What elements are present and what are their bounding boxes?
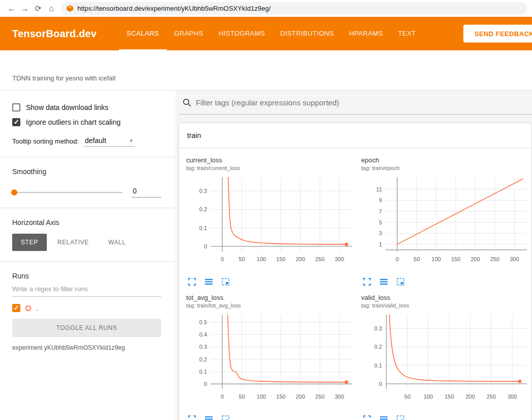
search-icon	[183, 98, 191, 107]
tab-distributions[interactable]: DISTRIBUTIONS	[273, 17, 342, 50]
show-download-links-label: Show data download links	[26, 103, 108, 111]
svg-text:0.2: 0.2	[374, 344, 382, 350]
chart-actions	[363, 415, 530, 420]
chart-title: epoch	[361, 156, 530, 164]
chart-tag: tag: train/current_loss	[186, 165, 355, 171]
chart-actions	[188, 415, 355, 420]
horizontal-axis-buttons: STEP RELATIVE WALL	[12, 234, 161, 251]
svg-text:0.3: 0.3	[374, 325, 382, 331]
address-bar[interactable]: https://tensorboard.dev/experiment/yKUbh…	[61, 2, 527, 15]
svg-text:0.1: 0.1	[374, 362, 382, 369]
chevron-down-icon: ▼	[129, 138, 134, 144]
show-download-links-checkbox-row[interactable]: Show data download links	[12, 103, 161, 111]
ignore-outliers-checkbox-row[interactable]: Ignore outliers in chart scaling	[12, 118, 161, 126]
tab-text[interactable]: TEXT	[391, 17, 424, 50]
chart-plot[interactable]: 1357911050100150200250300	[361, 174, 530, 274]
main-panel: train current_losstag: train/current_los…	[175, 91, 532, 420]
svg-text:0: 0	[379, 381, 382, 387]
experiment-title: TDNN training for yesno with icefall	[12, 74, 115, 82]
svg-text:250: 250	[490, 256, 499, 262]
runs-filter-input[interactable]	[12, 280, 161, 297]
tab-histograms[interactable]: HISTOGRAMS	[211, 17, 273, 50]
smoothing-slider[interactable]	[12, 192, 123, 193]
run-checkbox-icon[interactable]	[12, 304, 20, 312]
data-table-icon[interactable]	[380, 415, 388, 420]
svg-text:0: 0	[204, 243, 207, 249]
nav-tabs: SCALARS GRAPHS HISTOGRAMS DISTRIBUTIONS …	[119, 17, 424, 50]
tag-group-card: train current_losstag: train/current_los…	[179, 123, 532, 420]
chart-plot[interactable]: 00.10.20.350100150200250300	[361, 312, 530, 411]
svg-text:0.2: 0.2	[199, 206, 207, 212]
fullscreen-icon[interactable]	[363, 415, 371, 420]
svg-text:150: 150	[445, 394, 454, 400]
svg-text:0: 0	[221, 394, 224, 400]
fit-domain-icon[interactable]	[397, 278, 404, 286]
svg-text:0.2: 0.2	[199, 356, 207, 362]
data-table-icon[interactable]	[380, 278, 388, 286]
tab-graphs[interactable]: GRAPHS	[167, 17, 211, 50]
svg-text:0: 0	[204, 381, 207, 387]
fullscreen-icon[interactable]	[363, 278, 371, 286]
svg-text:300: 300	[508, 394, 517, 400]
svg-text:9: 9	[379, 197, 382, 203]
chart-actions	[188, 278, 355, 286]
fullscreen-icon[interactable]	[188, 278, 196, 286]
smoothing-value[interactable]: 0	[132, 187, 161, 198]
tag-group-title[interactable]: train	[179, 123, 531, 148]
svg-text:50: 50	[239, 394, 245, 400]
ignore-outliers-label: Ignore outliers in chart scaling	[26, 118, 121, 126]
data-table-icon[interactable]	[205, 278, 213, 286]
svg-text:200: 200	[295, 256, 305, 262]
checkbox-unchecked-icon[interactable]	[12, 103, 20, 111]
divider	[0, 157, 175, 157]
tooltip-sorting-dropdown[interactable]: default ▼	[84, 136, 135, 147]
wall-button[interactable]: WALL	[100, 234, 135, 251]
svg-text:0.1: 0.1	[199, 225, 207, 231]
svg-text:0.1: 0.1	[199, 369, 207, 375]
send-feedback-button[interactable]: SEND FEEDBACK	[463, 25, 532, 43]
run-row[interactable]: .	[12, 304, 161, 312]
tab-scalars[interactable]: SCALARS	[119, 17, 167, 50]
checkbox-checked-icon[interactable]	[12, 118, 20, 126]
chart-plot[interactable]: 00.10.20.3050100150200250300	[186, 174, 355, 274]
tab-hparams[interactable]: HPARAMS	[342, 17, 391, 50]
svg-text:3: 3	[379, 230, 382, 236]
experiment-bar: TDNN training for yesno with icefall	[0, 50, 532, 91]
svg-text:100: 100	[424, 394, 433, 400]
filter-tags-row	[179, 91, 532, 115]
browser-toolbar: ← → ⟳ ⌂ https://tensorboard.dev/experime…	[0, 0, 532, 17]
data-table-icon[interactable]	[205, 415, 213, 420]
chart-tag: tag: train/tot_avg_loss	[186, 302, 355, 309]
svg-text:150: 150	[451, 256, 460, 262]
runs-label: Runs	[12, 272, 161, 280]
reload-icon[interactable]: ⟳	[32, 4, 45, 13]
svg-text:100: 100	[257, 256, 266, 262]
fullscreen-icon[interactable]	[188, 415, 196, 420]
svg-text:11: 11	[376, 186, 382, 192]
slider-thumb[interactable]	[11, 189, 17, 195]
step-button[interactable]: STEP	[12, 234, 47, 251]
fit-domain-icon[interactable]	[397, 415, 404, 420]
experiment-id-label: experiment yKUbhb5wRmOSXYkId1z9eg	[12, 344, 161, 351]
relative-button[interactable]: RELATIVE	[49, 234, 98, 251]
fit-domain-icon[interactable]	[222, 278, 229, 286]
home-icon[interactable]: ⌂	[45, 4, 58, 13]
run-name: .	[36, 304, 38, 312]
divider	[0, 261, 175, 262]
filter-tags-input[interactable]	[196, 98, 532, 107]
svg-text:0.4: 0.4	[199, 331, 207, 338]
app-header: TensorBoard.dev SCALARS GRAPHS HISTOGRAM…	[0, 17, 532, 50]
chart-card: epochtag: train/epoch1357911050100150200…	[361, 156, 530, 286]
svg-text:0: 0	[396, 256, 399, 262]
chart-tag: tag: train/epoch	[361, 165, 530, 171]
svg-text:250: 250	[487, 394, 496, 400]
svg-text:250: 250	[315, 394, 324, 400]
toggle-all-runs-button[interactable]: TOGGLE ALL RUNS	[12, 319, 161, 337]
back-icon[interactable]: ←	[5, 4, 18, 13]
tensorboard-favicon-icon	[67, 5, 73, 12]
svg-text:200: 200	[295, 394, 305, 400]
fit-domain-icon[interactable]	[222, 415, 229, 420]
chart-plot[interactable]: 00.10.20.30.40.5050100150200250300	[186, 312, 355, 411]
svg-text:200: 200	[465, 394, 475, 400]
forward-icon[interactable]: →	[18, 4, 32, 13]
